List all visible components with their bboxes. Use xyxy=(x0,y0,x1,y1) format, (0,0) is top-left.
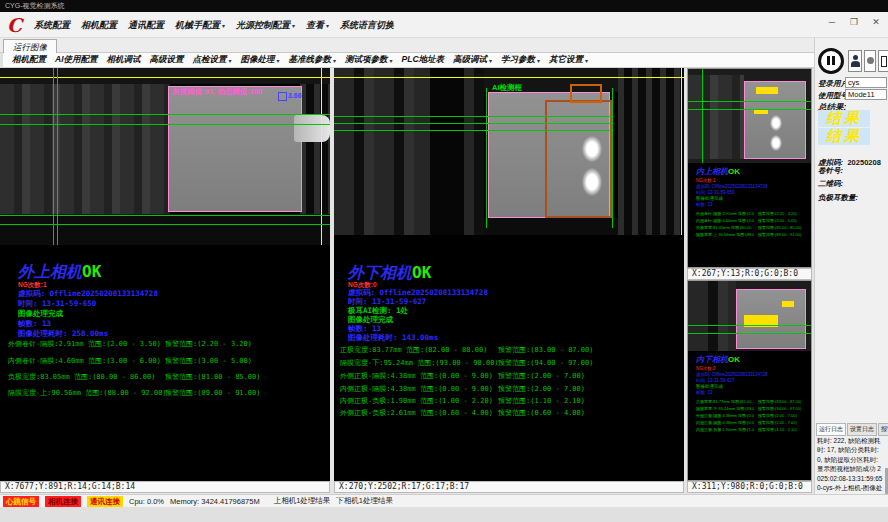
measurement-row: 正极宽度:83.77mm 范围:(82.00 - 88.00) xyxy=(696,399,754,404)
machine-image xyxy=(688,281,812,351)
tab-run-log[interactable]: 运行日志 xyxy=(816,423,846,436)
measurement-row: 内侧正极-负极:1.90mm 范围:(1.00 - 2.20) xyxy=(340,396,493,406)
toolbar-learning-params[interactable]: 学习参数▾ xyxy=(501,54,540,66)
highlight-blob xyxy=(582,168,602,196)
machine-image: 灰度阈值:93, 动态阈值:100 3.66 xyxy=(0,68,330,245)
menu-bar: C 系统配置 相机配置 通讯配置 机械手配置▾ 光源控制配置▾ 查看▾ 系统语言… xyxy=(0,12,888,38)
camera-result-title: 外上相机OK xyxy=(18,262,101,283)
camera-view-outer-upper[interactable]: 灰度阈值:93, 动态阈值:100 3.66 外上相机OK NG次数:1 虚拟码… xyxy=(0,68,330,481)
menu-label: 相机配置 xyxy=(81,19,117,32)
toolbar-camera-debug[interactable]: 相机调试 xyxy=(107,54,141,66)
overlay-process-done: 图像处理完成 xyxy=(696,196,723,201)
overlay-frame-count: 帧数: 13 xyxy=(18,319,51,329)
tab-settings-log[interactable]: 设置日志 xyxy=(847,423,877,436)
toolbar-plc-address-table[interactable]: PLC地址表 xyxy=(402,54,445,66)
measurement-warn: 预警范围:(89.00 - 91.00) xyxy=(165,388,260,398)
toolbar: 相机配置 AI使用配置 相机调试 高级设置 点检设置▾ 图像处理▾ 基准线参数▾… xyxy=(0,53,814,68)
ai-detect-box xyxy=(570,84,602,103)
operator-icon xyxy=(867,57,874,64)
toolbar-spot-check[interactable]: 点检设置▾ xyxy=(193,54,232,66)
tab-alarm-log[interactable]: 报警日志 xyxy=(878,423,888,436)
toolbar-test-item-params[interactable]: 测试项参数▾ xyxy=(345,54,393,66)
tab-run-image[interactable]: 运行图像 xyxy=(3,39,57,54)
title-bar: CYG-视觉检测系统 xyxy=(0,0,888,12)
toolbar-baseline-params[interactable]: 基准线参数▾ xyxy=(289,54,337,66)
camera-result-title: 内上相机OK xyxy=(696,166,740,177)
camera-thumb-inner-lower[interactable]: 内下相机OK NG次数:0 虚拟码: Offline20250208133134… xyxy=(687,280,812,481)
highlight-blob xyxy=(770,115,782,131)
pause-button[interactable] xyxy=(818,48,844,74)
overlay-process-done: 图像处理完成 xyxy=(696,384,723,389)
camera-status: OK xyxy=(412,263,431,282)
toolbar-advanced-debug[interactable]: 高级调试▾ xyxy=(453,54,492,66)
maximize-button[interactable]: ❐ xyxy=(847,15,861,29)
machinery-structure xyxy=(0,84,170,214)
measurement-row: 外侧正极-隔膜:4.38mm 范围:(0.00 - 9.00) xyxy=(340,371,493,381)
toolbar-image-processing[interactable]: 图像处理▾ xyxy=(241,54,280,66)
cpu-usage: Cpu: 0.0% xyxy=(129,497,164,506)
toolbar-label: 学习参数 xyxy=(501,54,535,66)
measure-tag-box xyxy=(278,92,287,101)
toolbar-label: 相机配置 xyxy=(12,54,46,66)
measurement-warn: 预警范围:(83.00 - 87.00) xyxy=(498,345,593,355)
measurement-row: 隔膜宽度-上:90.56mm 范围:(88.00 - 92.00) xyxy=(8,388,167,398)
login-user-field[interactable]: cys xyxy=(845,77,887,88)
camera-thumb-inner-upper[interactable]: 内上相机OK NG次数:1 虚拟码: Offline20250208133134… xyxy=(687,68,812,268)
highlight-blob xyxy=(582,136,602,162)
menu-language-switch[interactable]: 系统语言切换 xyxy=(340,19,394,32)
camera-name: 外下相机 xyxy=(348,264,412,281)
machinery-structure xyxy=(618,68,684,235)
measurement-row: 外侧正极-负极:2.61mm 范围:(0.60 - 4.00) xyxy=(340,408,493,418)
measurement-warn: 预警范围:(3.00 - 5.00) xyxy=(758,218,812,223)
measurement-warn: 预警范围:(2.00 - 7.00) xyxy=(758,413,812,418)
measure-line-green xyxy=(486,88,487,228)
machine-image: AI检测框 xyxy=(334,68,684,235)
close-button[interactable]: ✕ xyxy=(869,15,883,29)
measurement-warn: 预警范围:(2.00 - 7.00) xyxy=(498,371,585,381)
menu-camera-config[interactable]: 相机配置 xyxy=(81,19,117,32)
log-tabs: 运行日志 设置日志 报警日志 xyxy=(816,423,888,436)
chevron-down-icon: ▾ xyxy=(585,57,588,64)
menu-view[interactable]: 查看▾ xyxy=(306,19,329,32)
measurement-warn: 预警范围:(1.10 - 2.10) xyxy=(758,427,812,432)
minimize-button[interactable]: ─ xyxy=(825,15,839,29)
measure-line-green xyxy=(0,224,330,225)
measurement-warn: 预警范围:(2.20 - 3.20) xyxy=(758,211,812,216)
camera-status: OK xyxy=(728,167,740,176)
measure-line-green xyxy=(0,215,330,216)
measurement-row: 内侧正极-隔膜:4.38mm 范围:(0.00 - 9.00) xyxy=(340,384,493,394)
pause-icon xyxy=(827,56,830,65)
model-field[interactable]: Mode11 xyxy=(845,89,887,100)
toolbar-camera-config[interactable]: 相机配置 xyxy=(12,54,46,66)
result-box-2: 结果 xyxy=(818,128,870,145)
measure-tag: 3.66 xyxy=(288,92,302,99)
menu-system-config[interactable]: 系统配置 xyxy=(34,19,70,32)
reference-line-yellow xyxy=(334,77,684,78)
overlay-process-time: 图像处理耗时: 258.00ms xyxy=(18,329,108,339)
logout-exit-button[interactable]: → xyxy=(878,50,888,72)
operator-button[interactable] xyxy=(864,50,876,72)
measurement-warn: 预警范围:(0.60 - 4.00) xyxy=(498,408,585,418)
measure-line-green xyxy=(334,116,612,117)
negative-tab-count-label: 负极耳数量: xyxy=(818,193,858,203)
menu-comm-config[interactable]: 通讯配置 xyxy=(128,19,164,32)
login-user-button[interactable] xyxy=(848,50,862,72)
cell-roi-box xyxy=(168,86,302,212)
camera-view-outer-lower[interactable]: AI检测框 外下相机OK NG次数:0 虚拟码: Offline20250208… xyxy=(334,68,684,481)
menu-light-config[interactable]: 光源控制配置▾ xyxy=(236,19,295,32)
pixel-coordinate-bar-thumb-bottom: X:311;Y:980;R:0;G:0;B:0 xyxy=(687,481,812,493)
toolbar-ai-use-config[interactable]: AI使用配置 xyxy=(55,54,98,66)
tab-bar: 运行图像 xyxy=(0,38,814,53)
overlay-barcode: 虚拟码: Offline20250208133134728 xyxy=(696,372,808,377)
camera-status: OK xyxy=(82,262,101,281)
chevron-down-icon: ▾ xyxy=(326,22,329,29)
measure-line-green xyxy=(612,88,613,228)
pixel-coordinate-bar-thumb-top: X:267;Y:13;R:0;G:0;B:0 xyxy=(687,268,812,280)
reference-line-yellow xyxy=(681,68,682,235)
measurement-row: 隔膜宽度-下:95.24mm 范围:(93.00 - 98.00) xyxy=(696,406,754,411)
toolbar-advanced-settings[interactable]: 高级设置 xyxy=(150,54,184,66)
bottom-filler xyxy=(0,507,888,522)
overlay-barcode: 虚拟码: Offline20250208133134728 xyxy=(696,184,808,189)
menu-robot-config[interactable]: 机械手配置▾ xyxy=(175,19,225,32)
toolbar-other-settings[interactable]: 其它设置▾ xyxy=(549,54,588,66)
